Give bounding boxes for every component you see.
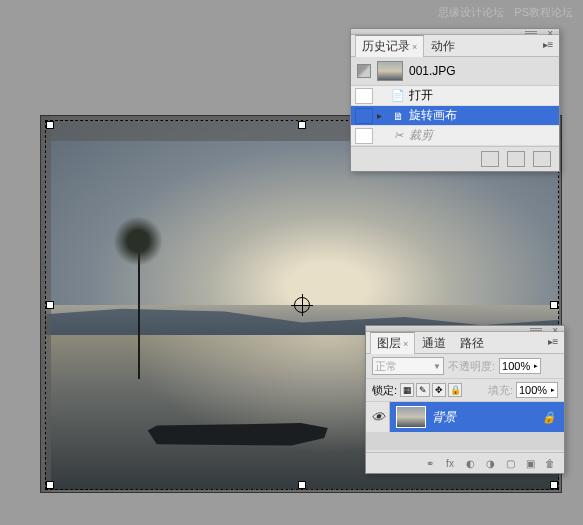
current-state-icon: ▸ xyxy=(377,110,387,121)
lock-position-icon[interactable]: ✥ xyxy=(432,383,446,397)
panel-menu-icon[interactable]: ▸≡ xyxy=(541,39,555,53)
adjustment-layer-button[interactable]: ◑ xyxy=(482,456,498,470)
layers-panel[interactable]: × 图层× 通道 路径 ▸≡ 正常▼ 不透明度: 100%▸ 锁定: ▦ ✎ ✥… xyxy=(365,325,565,474)
history-label: 旋转画布 xyxy=(409,107,457,124)
layer-lock-row: 锁定: ▦ ✎ ✥ 🔒 填充: 100%▸ xyxy=(366,379,564,402)
layer-mask-button[interactable]: ◐ xyxy=(462,456,478,470)
chevron-right-icon: ▸ xyxy=(534,362,538,370)
watermark-forum: PS教程论坛 xyxy=(514,5,573,20)
panel-menu-icon[interactable]: ▸≡ xyxy=(546,336,560,350)
history-panel[interactable]: × 历史记录× 动作 ▸≡ 001.JPG 📄 打开 ▸ 🗎 旋转画布 ✂ 裁剪 xyxy=(350,28,560,172)
opacity-label: 不透明度: xyxy=(448,359,495,374)
rotate-icon: 🗎 xyxy=(391,109,405,123)
fill-input[interactable]: 100%▸ xyxy=(516,382,558,398)
lock-pixels-icon[interactable]: ✎ xyxy=(416,383,430,397)
tab-close-icon[interactable]: × xyxy=(412,42,417,52)
minimize-icon[interactable] xyxy=(525,30,537,34)
lock-icons-group: ▦ ✎ ✥ 🔒 xyxy=(400,383,462,397)
history-item-rotate[interactable]: ▸ 🗎 旋转画布 xyxy=(351,106,559,126)
tab-actions[interactable]: 动作 xyxy=(424,35,462,57)
history-item-open[interactable]: 📄 打开 xyxy=(351,86,559,106)
history-document-row[interactable]: 001.JPG xyxy=(351,57,559,86)
crop-icon: ✂ xyxy=(391,129,405,143)
watermark-site: 思缘设计论坛 xyxy=(438,5,504,20)
tab-channels[interactable]: 通道 xyxy=(415,332,453,354)
document-name: 001.JPG xyxy=(409,64,456,78)
document-thumbnail xyxy=(377,61,403,81)
minimize-icon[interactable] xyxy=(530,327,542,331)
layer-name[interactable]: 背景 xyxy=(432,409,456,426)
fill-label: 填充: xyxy=(488,383,513,398)
layer-group-button[interactable]: ▢ xyxy=(502,456,518,470)
history-footer xyxy=(351,146,559,171)
watermark: 思缘设计论坛 PS教程论坛 xyxy=(438,5,573,20)
open-icon: 📄 xyxy=(391,89,405,103)
opacity-input[interactable]: 100%▸ xyxy=(499,358,541,374)
visibility-toggle-icon[interactable]: 👁 xyxy=(366,402,390,432)
delete-state-button[interactable] xyxy=(533,151,551,167)
history-item-crop[interactable]: ✂ 裁剪 xyxy=(351,126,559,146)
layer-list: 👁 背景 🔒 xyxy=(366,402,564,452)
history-brush-icon[interactable] xyxy=(357,64,371,78)
snapshot-slot[interactable] xyxy=(355,108,373,124)
layers-footer: ⚭ fx ◐ ◑ ▢ ▣ 🗑 xyxy=(366,452,564,473)
layer-item-background[interactable]: 👁 背景 🔒 xyxy=(366,402,564,432)
layer-thumbnail[interactable] xyxy=(396,406,426,428)
crop-dim-side xyxy=(41,116,51,492)
tab-paths[interactable]: 路径 xyxy=(453,332,491,354)
layer-blend-row: 正常▼ 不透明度: 100%▸ xyxy=(366,354,564,379)
delete-layer-button[interactable]: 🗑 xyxy=(542,456,558,470)
history-tabs: 历史记录× 动作 ▸≡ xyxy=(351,35,559,57)
history-list: 📄 打开 ▸ 🗎 旋转画布 ✂ 裁剪 xyxy=(351,86,559,146)
history-label: 打开 xyxy=(409,87,433,104)
snapshot-slot[interactable] xyxy=(355,128,373,144)
link-layers-button[interactable]: ⚭ xyxy=(422,456,438,470)
chevron-down-icon: ▼ xyxy=(433,362,441,371)
tab-close-icon[interactable]: × xyxy=(403,339,408,349)
history-label: 裁剪 xyxy=(409,127,433,144)
lock-all-icon[interactable]: 🔒 xyxy=(448,383,462,397)
new-document-from-state-button[interactable] xyxy=(481,151,499,167)
blend-mode-select[interactable]: 正常▼ xyxy=(372,357,444,375)
tab-history[interactable]: 历史记录× xyxy=(355,35,424,57)
lock-icon: 🔒 xyxy=(542,411,556,424)
layer-style-button[interactable]: fx xyxy=(442,456,458,470)
tab-layers[interactable]: 图层× xyxy=(370,332,415,354)
snapshot-slot[interactable] xyxy=(355,88,373,104)
new-layer-button[interactable]: ▣ xyxy=(522,456,538,470)
new-snapshot-button[interactable] xyxy=(507,151,525,167)
lock-transparent-icon[interactable]: ▦ xyxy=(400,383,414,397)
layers-tabs: 图层× 通道 路径 ▸≡ xyxy=(366,332,564,354)
crop-center-icon[interactable] xyxy=(294,297,310,313)
lock-label: 锁定: xyxy=(372,383,397,398)
chevron-right-icon: ▸ xyxy=(551,386,555,394)
tree-silhouette xyxy=(138,231,140,379)
